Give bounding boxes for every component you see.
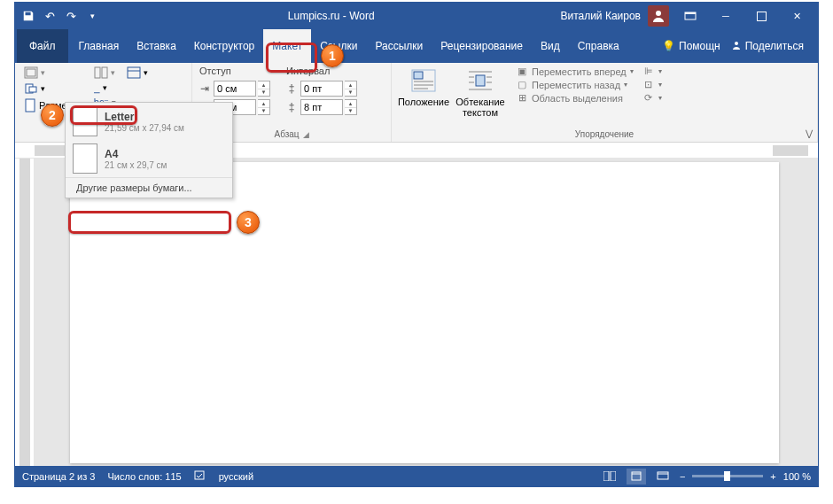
redo-icon[interactable]: ↷ <box>61 6 81 26</box>
tab-insert[interactable]: Вставка <box>128 29 185 63</box>
selection-pane-icon: ⊞ <box>516 92 528 104</box>
ribbon: ▾ ▾ Размер ▾ <box>15 63 818 143</box>
breaks-button[interactable]: ⎯▾ <box>90 81 121 95</box>
qat-more-icon[interactable]: ▾ <box>82 6 102 26</box>
tab-mailings[interactable]: Рассылки <box>366 29 432 63</box>
svg-rect-29 <box>632 472 641 480</box>
indent-left-input[interactable]: 0 см <box>214 81 256 97</box>
maximize-icon[interactable] <box>743 4 779 28</box>
user-name: Виталий Каиров <box>560 10 641 22</box>
view-read-icon[interactable] <box>600 469 619 485</box>
svg-rect-3 <box>757 12 766 20</box>
spacing-after-stepper[interactable]: ▲▼ <box>345 99 357 115</box>
svg-rect-10 <box>95 67 100 78</box>
spacing-before-input[interactable]: 0 пт <box>300 81 343 97</box>
svg-point-4 <box>735 42 738 45</box>
svg-rect-2 <box>685 12 696 14</box>
share-button[interactable]: Поделиться <box>731 40 804 53</box>
tab-home[interactable]: Главная <box>70 29 128 63</box>
document-area <box>15 159 818 466</box>
word-window: ↶ ↷ ▾ Lumpics.ru - Word Виталий Каиров ─ <box>14 2 819 487</box>
indent-label: Отступ <box>198 65 270 79</box>
tell-me[interactable]: 💡 Помощн <box>662 40 720 53</box>
spacing-before-icon: ‡ <box>284 82 299 95</box>
size-option-letter[interactable]: Letter 21,59 см x 27,94 см <box>66 103 232 140</box>
indent-left-icon: ⇥ <box>198 82 212 95</box>
vertical-ruler[interactable] <box>15 159 35 466</box>
tab-file[interactable]: Файл <box>17 29 68 63</box>
minimize-icon[interactable]: ─ <box>708 4 743 28</box>
callout-2: 2 <box>41 104 64 127</box>
close-icon[interactable]: ✕ <box>779 4 814 28</box>
tab-help[interactable]: Справка <box>569 29 628 63</box>
position-button[interactable]: Положение <box>397 65 450 109</box>
tab-view[interactable]: Вид <box>532 29 569 63</box>
avatar[interactable] <box>648 5 669 27</box>
view-print-icon[interactable] <box>627 469 646 485</box>
dialog-launcher-icon[interactable]: ◢ <box>303 130 309 139</box>
svg-rect-28 <box>611 471 616 481</box>
line-numbers-button[interactable]: ▾ <box>123 65 152 81</box>
tab-design[interactable]: Конструктор <box>185 29 263 63</box>
status-language[interactable]: русский <box>219 471 253 482</box>
svg-rect-6 <box>27 69 35 76</box>
indent-left-stepper[interactable]: ▲▼ <box>258 81 270 97</box>
svg-rect-9 <box>26 99 35 112</box>
size-dropdown-menu: Letter 21,59 см x 27,94 см A4 21 см x 29… <box>65 102 233 198</box>
spacing-after-input[interactable]: 8 пт <box>300 99 343 115</box>
columns-button[interactable]: ▾ <box>90 65 121 81</box>
svg-rect-19 <box>476 75 485 86</box>
svg-rect-15 <box>414 72 423 79</box>
tab-review[interactable]: Рецензирование <box>432 29 532 63</box>
quick-access-toolbar: ↶ ↷ ▾ <box>19 6 102 26</box>
titlebar: ↶ ↷ ▾ Lumpics.ru - Word Виталий Каиров ─ <box>15 3 818 63</box>
svg-rect-26 <box>195 471 204 479</box>
view-web-icon[interactable] <box>653 469 673 485</box>
margins-button[interactable]: ▾ <box>20 65 83 81</box>
spacing-before-stepper[interactable]: ▲▼ <box>345 81 357 97</box>
zoom-slider[interactable] <box>692 475 763 477</box>
page[interactable] <box>70 162 779 463</box>
lightbulb-icon: 💡 <box>662 40 675 52</box>
group-arrange: Положение Обтекание текстом ▣ Переместит… <box>392 63 818 142</box>
spellcheck-icon[interactable] <box>194 470 206 483</box>
align-button: ⊫▾ <box>641 65 664 78</box>
ribbon-tabs: Файл Главная Вставка Конструктор Макет С… <box>15 29 818 63</box>
svg-point-0 <box>656 11 661 16</box>
indent-right-stepper[interactable]: ▲▼ <box>258 99 270 115</box>
svg-rect-11 <box>102 67 107 78</box>
page-thumb-icon <box>73 143 97 174</box>
zoom-in-icon[interactable]: + <box>770 471 775 482</box>
send-backward-button: ▢ Переместить назад▾ <box>514 78 635 91</box>
spacing-after-icon: ‡ <box>284 101 299 113</box>
group-button: ⊡▾ <box>641 78 664 91</box>
bring-forward-button: ▣ Переместить вперед▾ <box>514 65 635 78</box>
group-label-arrange: Упорядочение <box>575 129 634 139</box>
page-thumb-icon <box>73 106 97 136</box>
svg-rect-31 <box>658 472 668 479</box>
status-words[interactable]: Число слов: 115 <box>107 471 181 482</box>
wrap-text-button[interactable]: Обтекание текстом <box>454 65 507 120</box>
rotate-button: ⟳▾ <box>641 91 664 105</box>
window-title: Lumpics.ru - Word <box>102 10 560 22</box>
ribbon-options-icon[interactable] <box>673 4 708 28</box>
statusbar: Страница 2 из 3 Число слов: 115 русский … <box>15 466 818 486</box>
group-label-paragraph: Абзац <box>274 129 299 139</box>
collapse-ribbon-icon[interactable]: ⋁ <box>806 128 813 138</box>
callout-1: 1 <box>321 44 344 67</box>
wrap-text-icon <box>466 66 494 95</box>
zoom-level[interactable]: 100 % <box>783 471 811 482</box>
share-icon <box>731 40 742 53</box>
spacing-label: Интервал <box>284 65 357 79</box>
save-icon[interactable] <box>19 6 38 26</box>
zoom-out-icon[interactable]: − <box>680 471 685 482</box>
undo-icon[interactable]: ↶ <box>40 6 59 26</box>
orientation-button[interactable]: ▾ <box>20 81 83 97</box>
tab-layout[interactable]: Макет <box>263 29 311 63</box>
status-page[interactable]: Страница 2 из 3 <box>22 471 95 482</box>
send-backward-icon: ▢ <box>516 79 528 90</box>
callout-3: 3 <box>237 211 260 234</box>
size-more-options[interactable]: Другие размеры бумаги... <box>66 177 232 198</box>
svg-rect-12 <box>128 67 140 78</box>
size-option-a4[interactable]: A4 21 см x 29,7 см <box>66 140 232 177</box>
